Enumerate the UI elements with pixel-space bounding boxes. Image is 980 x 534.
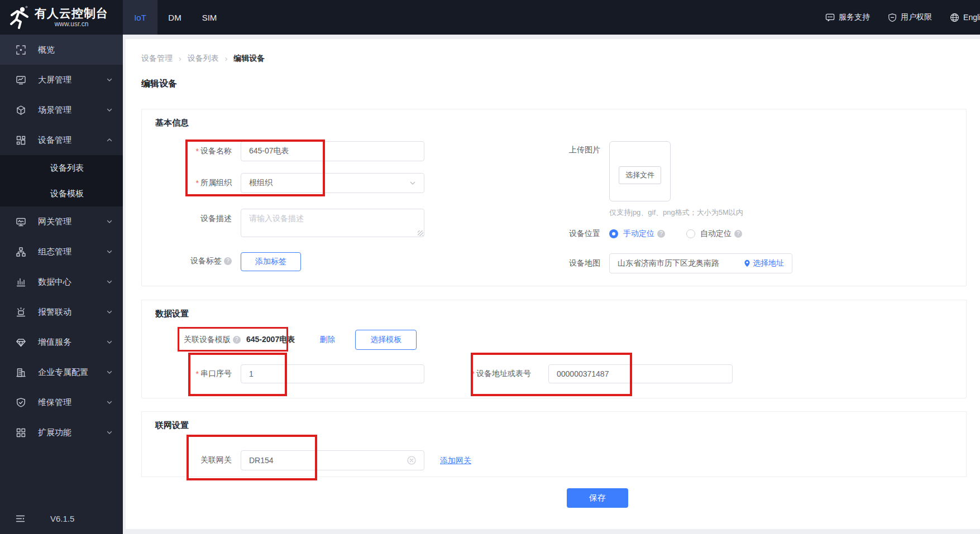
data-settings-heading: 数据设置 xyxy=(155,309,189,319)
add-gateway-link[interactable]: 添加网关 xyxy=(440,456,471,466)
bar-chart-icon xyxy=(16,277,26,287)
organization-label: 所属组织 xyxy=(142,173,232,193)
page-title: 编辑设备 xyxy=(141,78,177,90)
sidebar-label: 组态管理 xyxy=(38,247,71,257)
tags-help-icon[interactable]: ? xyxy=(224,257,232,265)
sidebar-label: 扩展功能 xyxy=(38,427,71,438)
network-settings-heading: 联网设置 xyxy=(155,420,189,431)
upload-hint: 仅支持jpg、gif、png格式；大小为5M以内 xyxy=(609,208,743,218)
permissions-label: 用户权限 xyxy=(901,12,932,22)
auto-locate-label[interactable]: 自动定位 xyxy=(700,229,732,239)
gateway-label: 关联网关 xyxy=(142,450,232,470)
upload-image-label: 上传图片 xyxy=(510,145,600,156)
tab-sim[interactable]: SIM xyxy=(192,0,227,35)
breadcrumb-edit-device: 编辑设备 xyxy=(233,54,265,64)
sidebar-item-data-center[interactable]: 数据中心 xyxy=(0,267,123,297)
tab-dm[interactable]: DM xyxy=(157,0,192,35)
auto-locate-radio[interactable] xyxy=(686,229,695,238)
gem-icon xyxy=(16,337,26,348)
sidebar-item-maintenance[interactable]: 维保管理 xyxy=(0,387,123,417)
sidebar-item-device-list[interactable]: 设备列表 xyxy=(0,155,123,181)
building-icon xyxy=(16,367,26,378)
scene-icon xyxy=(16,105,26,116)
sidebar-item-config-mgmt[interactable]: 组态管理 xyxy=(0,237,123,267)
choose-file-button[interactable]: 选择文件 xyxy=(619,166,661,184)
description-textarea[interactable] xyxy=(241,209,424,237)
top-header: 有人云控制台 www.usr.cn IoT DM SIM 服务支持 用户权限 E… xyxy=(0,0,980,35)
meter-address-label: 设备地址或表号 xyxy=(441,364,531,383)
sidebar-footer: V6.1.5 xyxy=(0,506,123,531)
device-name-input[interactable] xyxy=(241,141,424,161)
language-switch[interactable]: English xyxy=(950,13,980,22)
sidebar-label: 场景管理 xyxy=(38,105,71,116)
serial-number-input[interactable] xyxy=(241,364,424,383)
overview-icon xyxy=(16,45,26,55)
support-menu[interactable]: 服务支持 xyxy=(825,12,870,22)
template-row: 关联设备模版 ? 645-2007电表 删除 选择模板 xyxy=(184,329,417,351)
meter-address-input[interactable] xyxy=(548,364,733,383)
sidebar-label: 网关管理 xyxy=(38,217,71,227)
gateway-input[interactable]: DR154 xyxy=(241,450,424,470)
template-help-icon[interactable]: ? xyxy=(233,336,241,344)
manual-locate-label[interactable]: 手动定位 xyxy=(623,229,654,239)
add-tag-button[interactable]: 添加标签 xyxy=(241,252,301,271)
chevron-down-icon xyxy=(106,218,113,225)
sidebar-item-alarm-linkage[interactable]: 报警联动 xyxy=(0,297,123,327)
breadcrumb-device-list[interactable]: 设备列表 xyxy=(188,54,219,64)
product-tabs: IoT DM SIM xyxy=(123,0,227,35)
device-map-input[interactable]: 山东省济南市历下区龙奥南路 选择地址 xyxy=(609,253,792,273)
big-screen-icon xyxy=(16,75,26,85)
runner-logo-icon xyxy=(9,6,30,29)
device-map-label: 设备地图 xyxy=(510,258,600,269)
auto-locate-help-icon[interactable]: ? xyxy=(734,230,742,238)
serial-number-label: 串口序号 xyxy=(142,364,232,383)
chevron-down-icon xyxy=(106,399,113,406)
choose-template-button[interactable]: 选择模板 xyxy=(355,330,417,350)
sidebar-item-extensions[interactable]: 扩展功能 xyxy=(0,417,123,448)
sidebar-item-device-template[interactable]: 设备模板 xyxy=(0,181,123,206)
grid-icon xyxy=(16,427,26,438)
device-mgmt-submenu: 设备列表 设备模板 xyxy=(0,155,123,206)
manual-locate-help-icon[interactable]: ? xyxy=(657,230,665,238)
permissions-menu[interactable]: 用户权限 xyxy=(888,12,932,22)
delete-template-link[interactable]: 删除 xyxy=(319,335,335,345)
location-radio-group: 手动定位 ? 自动定位 ? xyxy=(609,228,742,240)
basic-info-heading: 基本信息 xyxy=(155,118,189,128)
save-button[interactable]: 保存 xyxy=(567,488,628,508)
organization-select[interactable]: 根组织 xyxy=(241,173,424,193)
gateway-icon xyxy=(16,217,26,227)
network-settings-card: 联网设置 关联网关 DR154 添加网关 xyxy=(141,411,967,477)
choose-address-link[interactable]: 选择地址 xyxy=(744,258,784,268)
language-label: English xyxy=(963,13,980,22)
description-label: 设备描述 xyxy=(142,213,232,224)
brand-subtitle: www.usr.cn xyxy=(55,20,89,28)
sidebar-label: 设备管理 xyxy=(38,135,71,146)
sidebar-item-device-mgmt[interactable]: 设备管理 xyxy=(0,125,123,155)
tab-iot[interactable]: IoT xyxy=(123,0,157,35)
clear-icon[interactable] xyxy=(407,456,416,465)
header-actions: 服务支持 用户权限 English xyxy=(825,0,980,35)
breadcrumb: 设备管理 › 设备列表 › 编辑设备 xyxy=(141,54,265,64)
sidebar-label: 增值服务 xyxy=(38,337,71,348)
manual-locate-radio[interactable] xyxy=(609,229,618,238)
device-map-value: 山东省济南市历下区龙奥南路 xyxy=(618,258,739,268)
device-name-label: 设备名称 xyxy=(142,141,232,161)
basic-info-card: 基本信息 设备名称 所属组织 根组织 设备描述 设备标签 ? 添加标签 上传图片… xyxy=(141,109,967,286)
content-panel: 设备管理 › 设备列表 › 编辑设备 编辑设备 基本信息 设备名称 所属组织 根… xyxy=(126,39,980,529)
upload-dropzone[interactable]: 选择文件 xyxy=(609,141,671,201)
sidebar-item-screen-mgmt[interactable]: 大屏管理 xyxy=(0,65,123,95)
sidebar-item-enterprise-config[interactable]: 企业专属配置 xyxy=(0,357,123,387)
alarm-icon xyxy=(16,307,26,317)
sidebar-label: 概览 xyxy=(38,45,55,55)
sidebar-item-value-added[interactable]: 增值服务 xyxy=(0,327,123,357)
chevron-down-icon xyxy=(409,180,416,186)
collapse-menu-icon[interactable] xyxy=(16,514,25,523)
sidebar-label: 企业专属配置 xyxy=(38,367,88,378)
chevron-down-icon xyxy=(106,248,113,255)
breadcrumb-device-mgmt[interactable]: 设备管理 xyxy=(141,54,173,64)
sidebar-item-gateway-mgmt[interactable]: 网关管理 xyxy=(0,206,123,237)
chevron-down-icon xyxy=(106,278,113,285)
shield-icon xyxy=(888,13,897,22)
sidebar-item-overview[interactable]: 概览 xyxy=(0,35,123,65)
sidebar-item-scene-mgmt[interactable]: 场景管理 xyxy=(0,95,123,125)
